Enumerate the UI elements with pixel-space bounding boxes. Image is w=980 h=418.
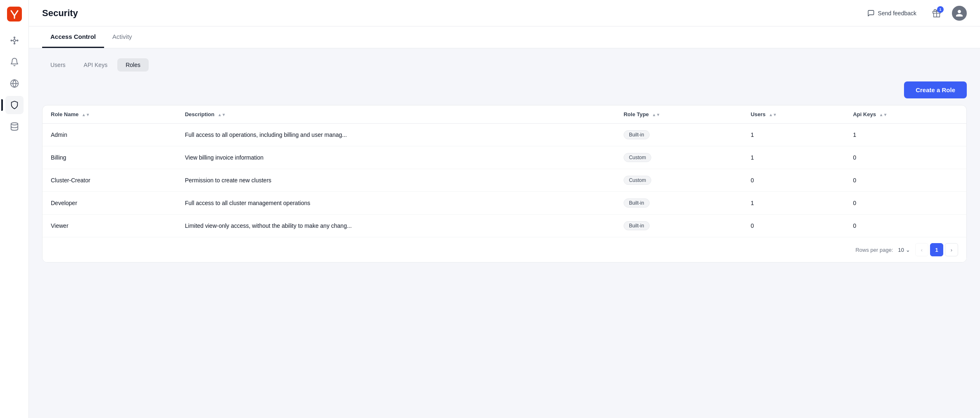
sidebar-item-security[interactable]: [5, 96, 24, 114]
sort-icon-description: ▲▼: [218, 113, 226, 117]
sort-icon-users: ▲▼: [769, 113, 777, 117]
user-avatar-button[interactable]: [952, 6, 967, 21]
header-actions: Send feedback 1: [862, 6, 967, 21]
sub-tabs: Users API Keys Roles: [42, 58, 967, 72]
cell-role-name: Cluster-Creator: [43, 169, 177, 192]
pagination: Rows per page: 10 ⌄ ‹ 1 ›: [43, 237, 966, 262]
cell-description: View billing invoice information: [177, 146, 615, 169]
role-type-badge: Built-in: [624, 198, 650, 208]
role-type-badge: Built-in: [624, 130, 650, 139]
role-type-badge: Custom: [624, 176, 651, 185]
rows-per-page-label: Rows per page:: [855, 247, 893, 253]
role-type-badge: Custom: [624, 153, 651, 162]
table-body: AdminFull access to all operations, incl…: [43, 124, 966, 237]
cell-role-type: Custom: [615, 169, 743, 192]
cell-role-name: Developer: [43, 192, 177, 215]
col-header-api-keys[interactable]: Api Keys ▲▼: [845, 105, 966, 124]
cell-description: Full access to all operations, including…: [177, 124, 615, 146]
table-row[interactable]: Cluster-CreatorPermission to create new …: [43, 169, 966, 192]
cell-role-name: Viewer: [43, 215, 177, 237]
sidebar-item-bell[interactable]: [5, 53, 24, 71]
sort-icon-role-type: ▲▼: [652, 113, 660, 117]
roles-table-container: Role Name ▲▼ Description ▲▼ Role Type ▲▼: [42, 105, 967, 263]
app-logo[interactable]: [7, 7, 22, 21]
user-icon: [955, 9, 963, 17]
cell-users: 0: [743, 169, 845, 192]
tab-access-control[interactable]: Access Control: [42, 26, 104, 48]
table-row[interactable]: ViewerLimited view-only access, without …: [43, 215, 966, 237]
page-title: Security: [42, 8, 78, 19]
gift-badge: 1: [937, 6, 944, 13]
next-page-button[interactable]: ›: [945, 243, 958, 256]
cell-role-name: Billing: [43, 146, 177, 169]
bell-icon: [10, 57, 19, 67]
role-type-badge: Built-in: [624, 221, 650, 230]
toolbar: Create a Role: [42, 81, 967, 98]
globe-icon: [10, 79, 19, 88]
col-header-description[interactable]: Description ▲▼: [177, 105, 615, 124]
chevron-down-icon: ⌄: [906, 247, 910, 253]
cell-api-keys: 0: [845, 169, 966, 192]
tab-activity[interactable]: Activity: [104, 26, 140, 48]
sub-tab-api-keys[interactable]: API Keys: [76, 58, 116, 72]
gift-button[interactable]: 1: [930, 6, 944, 20]
sidebar-item-globe[interactable]: [5, 74, 24, 93]
cell-role-type: Built-in: [615, 215, 743, 237]
sub-tab-users[interactable]: Users: [42, 58, 74, 72]
cell-description: Limited view-only access, without the ab…: [177, 215, 615, 237]
sub-tab-roles[interactable]: Roles: [117, 58, 149, 72]
storage-icon: [10, 122, 19, 131]
table-row[interactable]: DeveloperFull access to all cluster mana…: [43, 192, 966, 215]
sidebar: [0, 0, 29, 418]
cell-users: 1: [743, 192, 845, 215]
cell-users: 1: [743, 146, 845, 169]
sidebar-item-storage[interactable]: [5, 117, 24, 136]
shield-icon: [10, 100, 19, 110]
cell-api-keys: 0: [845, 192, 966, 215]
send-feedback-label: Send feedback: [878, 10, 916, 17]
rows-per-page-select[interactable]: 10 ⌄: [898, 247, 910, 253]
cell-api-keys: 0: [845, 146, 966, 169]
col-header-role-type[interactable]: Role Type ▲▼: [615, 105, 743, 124]
roles-table: Role Name ▲▼ Description ▲▼ Role Type ▲▼: [43, 105, 966, 237]
page-tabs: Access Control Activity: [29, 26, 980, 48]
table-row[interactable]: AdminFull access to all operations, incl…: [43, 124, 966, 146]
col-header-role-name[interactable]: Role Name ▲▼: [43, 105, 177, 124]
hub-icon: [10, 36, 19, 45]
prev-page-button[interactable]: ‹: [915, 243, 928, 256]
page-controls: ‹ 1 ›: [915, 243, 958, 256]
current-page-button[interactable]: 1: [930, 243, 943, 256]
cell-role-type: Built-in: [615, 124, 743, 146]
sort-icon-role-name: ▲▼: [82, 113, 90, 117]
cell-role-name: Admin: [43, 124, 177, 146]
cell-role-type: Built-in: [615, 192, 743, 215]
col-header-users[interactable]: Users ▲▼: [743, 105, 845, 124]
cell-description: Permission to create new clusters: [177, 169, 615, 192]
svg-rect-0: [7, 7, 22, 21]
content-area: Users API Keys Roles Create a Role Role …: [29, 48, 980, 418]
cell-role-type: Custom: [615, 146, 743, 169]
table-header-row: Role Name ▲▼ Description ▲▼ Role Type ▲▼: [43, 105, 966, 124]
send-feedback-button[interactable]: Send feedback: [862, 7, 921, 19]
svg-point-12: [11, 123, 18, 125]
cell-api-keys: 1: [845, 124, 966, 146]
cell-users: 1: [743, 124, 845, 146]
cell-description: Full access to all cluster management op…: [177, 192, 615, 215]
create-role-button[interactable]: Create a Role: [904, 81, 967, 98]
sort-icon-api-keys: ▲▼: [879, 113, 887, 117]
header: Security Send feedback 1: [29, 0, 980, 26]
main-content: Security Send feedback 1: [29, 0, 980, 418]
table-row[interactable]: BillingView billing invoice informationC…: [43, 146, 966, 169]
feedback-icon: [867, 10, 875, 17]
cell-users: 0: [743, 215, 845, 237]
sidebar-item-hub[interactable]: [5, 31, 24, 50]
cell-api-keys: 0: [845, 215, 966, 237]
